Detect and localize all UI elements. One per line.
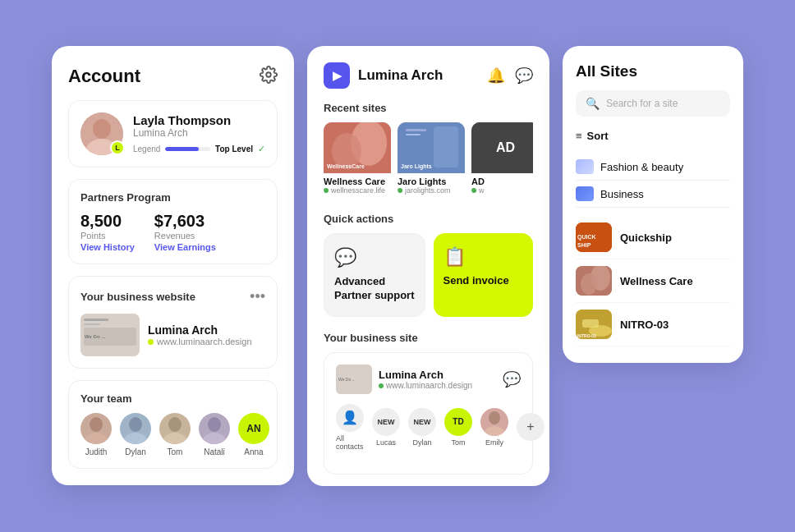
svg-point-2 [93,119,111,139]
svg-text:We Do ...: We Do ... [85,334,106,339]
contacts-label: All contacts [336,434,364,451]
team-item-contacts[interactable]: 👤 All contacts [336,404,364,451]
level-check-icon: ✓ [258,144,265,154]
business-label: Business [600,188,644,200]
site-thumb-wellness[interactable]: WellnessCare Wellness Care wellnesscare.… [324,122,391,198]
svg-rect-22 [406,129,426,131]
add-team-member-button[interactable]: + [517,413,545,441]
brand-name: Lumina Arch [358,67,443,84]
all-sites-title: All Sites [576,62,730,80]
support-label: Advanced Partner support [334,275,415,303]
more-options-icon[interactable]: ••• [250,288,265,305]
tom-avatar: TD [444,408,472,436]
team-member[interactable]: Natali [199,413,230,456]
quick-actions-label: Quick actions [324,213,533,225]
profile-card: L Layla Thompson Lumina Arch Legend Top … [68,100,278,167]
mid-header: ▶ Lumina Arch 🔔 💬 [324,62,533,89]
member-avatar-tom [159,413,191,444]
member-name-judith: Judith [85,447,108,456]
chat-icon[interactable]: 💬 [515,66,533,85]
quickship-logo: QUICK SHIP [576,222,612,252]
team-item-add[interactable]: + [517,413,545,441]
invoice-icon: 📋 [443,246,466,268]
site-url-wellness: wellnesscare.life [324,186,391,195]
stat-points: 8,500 Points View History [80,212,135,252]
dylan-avatar: NEW [408,408,436,436]
bell-icon[interactable]: 🔔 [487,66,505,85]
dylan-label: Dylan [412,438,431,447]
points-label: Points [80,231,135,241]
member-avatar-dylan [120,413,151,444]
avatar-badge: L [110,140,125,155]
search-bar[interactable]: 🔍 Search for a site [576,90,730,117]
profile-company: Lumina Arch [133,127,265,139]
fashion-label: Fashion & beauty [600,161,683,173]
lumina-arch-panel: ▶ Lumina Arch 🔔 💬 Recent sites WellnessC… [307,46,549,486]
biz-thumb-inner: We Do ... [80,314,140,356]
biz-card-title: Your business website [80,291,195,303]
level-top: Top Level [215,144,253,154]
site-thumb-info: Wellness Care wellnesscare.life [324,173,391,198]
category-fashion[interactable]: Fashion & beauty [576,154,730,181]
site-thumb-ad[interactable]: AD AD w [471,122,533,198]
team-item-tom[interactable]: TD Tom [444,408,472,447]
sort-button[interactable]: ≡ Sort [576,125,730,147]
site-name-wellness: Wellness Care [324,177,391,186]
account-panel: Account L Layl [52,46,294,485]
team-item-lucas[interactable]: NEW Lucas [372,408,400,447]
stat-revenue: $7,603 Revenues View Earnings [154,212,216,252]
team-member[interactable]: Tom [159,413,191,456]
biz-site-info: We Do ... Lumina Arch www.luminaarch.des… [336,365,472,394]
svg-text:We Do ...: We Do ... [338,377,356,382]
site-name-ad: AD [471,177,533,186]
partners-stats: 8,500 Points View History $7,603 Revenue… [80,212,265,252]
biz-site-header: We Do ... Lumina Arch www.luminaarch.des… [336,365,521,394]
svg-point-30 [489,411,500,424]
biz-url: www.luminaarch.design [148,337,252,346]
recent-sites-label: Recent sites [324,102,533,114]
svg-point-16 [202,433,227,444]
site-row-wellness[interactable]: Wellness Care [576,259,730,303]
quickship-name: Quickship [620,232,672,244]
biz-site-url-dot [379,383,384,388]
site-thumb-jaro[interactable]: Jaro Lights Jaro Lights jarolights.com [398,122,465,198]
revenue-value: $7,603 [154,212,216,231]
send-invoice-button[interactable]: 📋 Send invoice [434,233,534,317]
team-item-emily[interactable]: Emily [480,408,508,447]
svg-text:Jaro Lights: Jaro Lights [401,163,432,170]
team-member[interactable]: Dylan [120,413,151,456]
site-row-quickship[interactable]: QUICK SHIP Quickship [576,216,730,259]
svg-point-12 [123,433,148,444]
nitro-logo-img: NITRO-03 [576,310,612,339]
site-row-nitro[interactable]: NITRO-03 NITRO-03 [576,303,730,346]
points-link[interactable]: View History [80,242,135,252]
category-business[interactable]: Business [576,181,730,208]
sort-label: Sort [587,130,609,142]
site-thumb-img-wellness: WellnessCare [324,122,391,173]
brand-icon: ▶ [324,62,350,89]
biz-info: Lumina Arch www.luminaarch.design [148,323,252,346]
svg-rect-23 [406,134,420,135]
gear-icon[interactable] [260,66,278,87]
revenue-link[interactable]: View Earnings [154,242,216,252]
advanced-partner-support-button[interactable]: 💬 Advanced Partner support [324,233,425,317]
svg-rect-6 [84,323,100,325]
sites-list: QUICK SHIP Quickship [576,216,730,363]
svg-rect-40 [582,319,599,328]
svg-point-14 [163,433,187,444]
site-name-jaro: Jaro Lights [398,177,465,186]
site-thumb-info: Jaro Lights jarolights.com [398,173,465,198]
quickship-logo-img: QUICK SHIP [576,222,612,252]
partners-section: Partners Program 8,500 Points View Histo… [68,179,278,264]
svg-rect-5 [84,319,108,321]
level-bar-wrap: Legend Top Level ✓ [133,144,265,154]
level-label: Legend [133,144,160,154]
biz-site-chat-icon[interactable]: 💬 [503,370,521,388]
member-name-natali: Natali [204,447,225,456]
biz-card-header: Your business website ••• [80,288,265,305]
team-member[interactable]: Judith [80,413,112,456]
team-item-dylan[interactable]: NEW Dylan [408,408,436,447]
svg-point-37 [581,273,597,295]
lucas-avatar: NEW [372,408,400,436]
team-member[interactable]: AN Anna [238,413,269,456]
